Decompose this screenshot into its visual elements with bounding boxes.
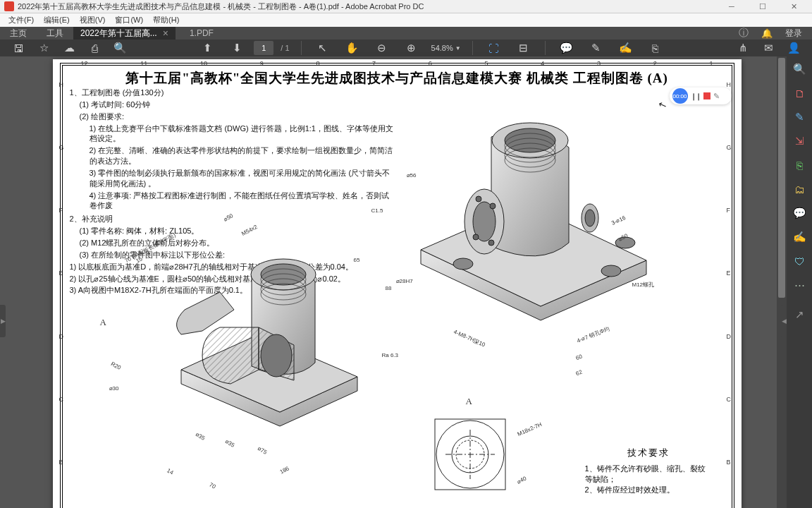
tab-home[interactable]: 主页 (0, 27, 37, 40)
tab-document-label: 2022年第十五届高... (80, 28, 157, 40)
document-viewport[interactable]: 121110987654321 121110987654321 HGFEDCBA… (7, 56, 787, 508)
svg-point-12 (505, 128, 555, 152)
more-tools-icon[interactable]: ⋯ (792, 278, 806, 292)
protect-icon[interactable]: 🛡 (792, 254, 806, 268)
menu-file[interactable]: 文件(F) (4, 13, 38, 27)
menu-edit[interactable]: 编辑(E) (39, 13, 74, 27)
detail-view-a (421, 405, 519, 504)
highlight-icon[interactable]: ✎ (588, 40, 605, 56)
left-panel-toggle[interactable]: ▶ (0, 305, 6, 337)
zoom-out-icon[interactable]: ⊖ (374, 40, 390, 56)
menu-bar: 文件(F) 编辑(E) 视图(V) 窗口(W) 帮助(H) (0, 13, 812, 27)
menu-view[interactable]: 视图(V) (75, 13, 110, 27)
dim-d21: 14 (166, 467, 174, 476)
tab-document-inactive[interactable]: 1.PDF (176, 28, 228, 38)
timer-badge: 00:00 (672, 88, 688, 104)
comment-icon[interactable]: 💬 (558, 40, 575, 56)
tab-bar: 主页 工具 2022年第十五届高... × 1.PDF ⓘ 🔔 登录 (0, 27, 812, 40)
window-title: 2022年第十五届高教杯大学生先进成图技术与产品信息建模 - 机械类 - 工程制… (18, 1, 718, 12)
search-tool-icon[interactable]: 🔍 (792, 62, 806, 76)
tools-panel: 🔍 🗋 ✎ ⇲ ⎘ 🗂 💬 ✍ 🛡 ⋯ ↗ (787, 56, 812, 508)
select-tool-icon[interactable]: ↖ (314, 40, 331, 56)
pdf-page: 121110987654321 121110987654321 HGFEDCBA… (53, 59, 742, 508)
menu-help[interactable]: 帮助(H) (149, 13, 183, 27)
page-up-icon[interactable]: ⬆ (199, 40, 216, 56)
svg-point-21 (473, 234, 479, 240)
arrow-a-label: A (100, 317, 106, 328)
maximize-button[interactable]: ☐ (749, 0, 777, 13)
save-icon[interactable]: 🖫 (10, 40, 27, 56)
dim-d11: ⌀30 (109, 385, 119, 392)
tab-tools[interactable]: 工具 (37, 27, 73, 40)
zoom-level-dropdown[interactable]: 54.8%▼ (431, 44, 461, 52)
dim-d5: C1.5 (371, 207, 383, 214)
print-icon[interactable]: ⎙ (86, 40, 103, 56)
tab-close-icon[interactable]: × (163, 28, 168, 39)
dim-d22: 70 (208, 481, 216, 490)
create-pdf-icon[interactable]: 🗋 (792, 86, 806, 100)
dim-d28: 62 (574, 369, 583, 377)
left-nav-rail: ▶ (0, 56, 7, 508)
page-down-icon[interactable]: ⬇ (228, 40, 245, 56)
minimize-button[interactable]: ─ (718, 0, 746, 13)
share-icon[interactable]: ⋔ (734, 40, 751, 56)
engineering-drawing: ⌀50 M54x2 15 70 (为配板长辅助平面) R20 ⌀30 ⌀35 ⌀… (68, 222, 726, 508)
edit-pdf-icon[interactable]: ✎ (792, 110, 806, 124)
dim-d20: 186 (278, 465, 290, 475)
pause-icon[interactable]: ❙❙ (691, 92, 701, 100)
stamp-icon[interactable]: ⎘ (647, 40, 664, 56)
cloud-icon[interactable]: ☁ (61, 40, 78, 56)
fit-width-icon[interactable]: ⛶ (486, 40, 503, 56)
page-total-label: / 1 (281, 44, 289, 52)
dim-d2: M54x2 (240, 224, 258, 237)
dim-d24: Ra 6.3 (382, 352, 399, 358)
export-pdf-icon[interactable]: ⇲ (792, 134, 806, 148)
notifications-icon[interactable]: 🔔 (761, 28, 773, 39)
document-title: 第十五届"高教杯"全国大学生先进成图技术与产品信息建模大赛 机械类 工程制图卷 … (53, 69, 742, 87)
fit-page-icon[interactable]: ⊟ (515, 40, 532, 56)
svg-point-9 (601, 265, 621, 277)
close-window-button[interactable]: ✕ (780, 0, 808, 13)
svg-point-7 (261, 334, 292, 377)
combine-files-icon[interactable]: 🗂 (792, 182, 806, 196)
fill-sign-icon[interactable]: ✍ (792, 230, 806, 244)
dim-d26: M18x2-7H (516, 421, 542, 437)
vertical-scrollbar[interactable] (777, 56, 787, 508)
account-icon[interactable]: 👤 (785, 40, 802, 56)
page-number-input[interactable] (254, 41, 273, 55)
dim-d14: ⌀75 (256, 445, 268, 455)
right-panel-toggle[interactable]: ◀ (781, 305, 787, 337)
content-area: ▶ 121110987654321 121110987654321 HGFEDC… (0, 56, 812, 508)
help-icon[interactable]: ⓘ (739, 27, 749, 40)
svg-point-22 (488, 240, 494, 246)
annotate-icon[interactable]: ✎ (713, 92, 720, 101)
dim-d18: 65 (354, 257, 360, 263)
svg-point-8 (453, 258, 473, 270)
dim-d4: ⌀28H7 (396, 278, 413, 284)
tab-document-active[interactable]: 2022年第十五届高... × (73, 27, 176, 40)
dim-d23: 88 (386, 285, 392, 291)
recording-timer-overlay[interactable]: 00:00 ❙❙ ✎ (670, 87, 732, 104)
svg-point-24 (585, 210, 595, 226)
login-button[interactable]: 登录 (785, 28, 802, 40)
menu-window[interactable]: 窗口(W) (111, 13, 147, 27)
dim-d27: 60 (574, 353, 583, 362)
window-title-bar: 2022年第十五届高教杯大学生先进成图技术与产品信息建模 - 机械类 - 工程制… (0, 0, 812, 13)
stop-icon[interactable] (703, 92, 710, 99)
search-icon[interactable]: 🔍 (111, 40, 128, 56)
sign-icon[interactable]: ✍ (617, 40, 634, 56)
dim-d16: R20 (109, 361, 121, 371)
hand-tool-icon[interactable]: ✋ (344, 40, 361, 56)
star-icon[interactable]: ☆ (35, 40, 52, 56)
scrollbar-thumb[interactable] (778, 58, 785, 298)
dim-d8: M12螺孔 (632, 281, 655, 289)
svg-point-19 (476, 196, 481, 202)
zoom-in-icon[interactable]: ⊕ (403, 40, 420, 56)
dim-d3: ⌀56 (407, 172, 417, 179)
send-icon[interactable]: ✉ (760, 40, 777, 56)
send-feedback-icon[interactable]: ↗ (792, 308, 806, 322)
svg-point-20 (490, 203, 496, 209)
organize-pages-icon[interactable]: ⎘ (792, 158, 806, 172)
comment-tool-icon[interactable]: 💬 (792, 206, 806, 220)
toolbar: 🖫 ☆ ☁ ⎙ 🔍 ⬆ ⬇ / 1 ↖ ✋ ⊖ ⊕ 54.8%▼ ⛶ ⊟ 💬 ✎… (0, 40, 812, 56)
